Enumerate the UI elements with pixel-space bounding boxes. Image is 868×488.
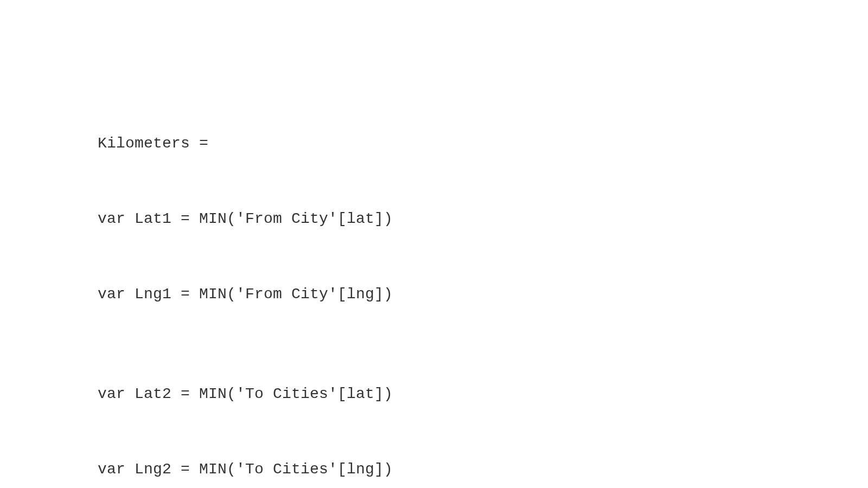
code-line: var Lat2 = MIN('To Cities'[lat]) [98,382,770,407]
code-line: var Lng1 = MIN('From City'[lng]) [98,282,770,307]
code-snippet: Kilometers = var Lat1 = MIN('From City'[… [98,81,770,488]
code-line: Kilometers = [98,131,770,156]
code-line: var Lng2 = MIN('To Cities'[lng]) [98,457,770,482]
code-line: var Lat1 = MIN('From City'[lat]) [98,207,770,232]
